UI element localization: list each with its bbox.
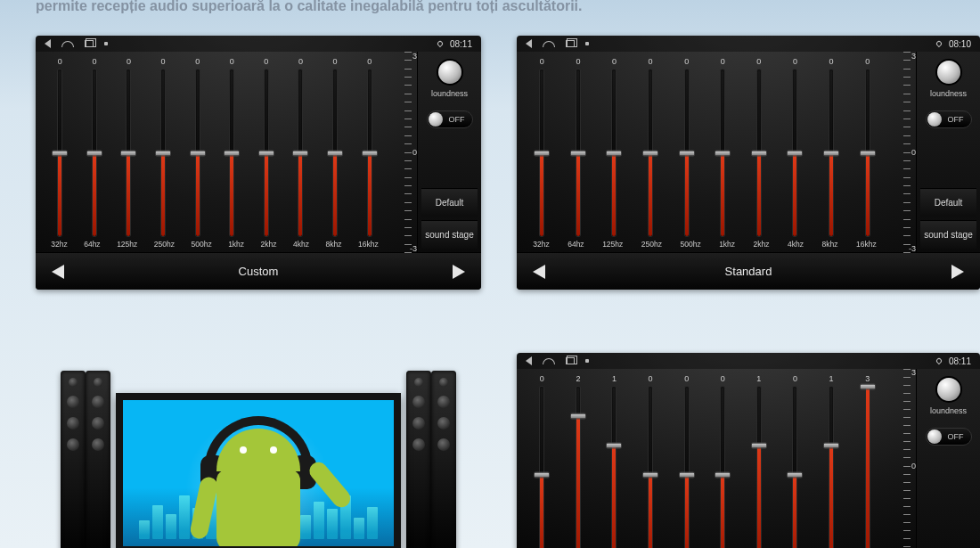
eq-slider[interactable] xyxy=(283,70,318,236)
scale-label: 0 xyxy=(911,148,916,157)
eq-slider[interactable] xyxy=(777,70,813,236)
scale-label: -3 xyxy=(410,244,417,253)
toggle-thumb-icon xyxy=(927,429,942,444)
eq-value: 3 xyxy=(865,374,870,383)
eq-slider[interactable] xyxy=(705,387,741,548)
eq-slider[interactable] xyxy=(111,70,146,236)
equalizer-panel-partial: 08:11 0210001013 xyxy=(517,353,980,548)
default-button[interactable]: Default xyxy=(421,188,478,217)
back-icon[interactable] xyxy=(45,39,51,48)
scale-label: -3 xyxy=(909,244,916,253)
home-icon[interactable] xyxy=(543,41,555,47)
eq-band-label: 500hz xyxy=(680,240,700,249)
loudness-label: loundness xyxy=(431,89,468,98)
equalizer-panel-standard: 08:10 0000000000 xyxy=(517,36,980,290)
sound-stage-button[interactable]: sound stage xyxy=(421,220,478,249)
back-icon[interactable] xyxy=(526,39,532,48)
eq-slider[interactable] xyxy=(813,387,850,548)
sound-stage-button[interactable]: sound stage xyxy=(920,220,976,249)
eq-slider[interactable] xyxy=(668,387,705,548)
eq-band-label: 125hz xyxy=(602,240,623,249)
loudness-knob[interactable] xyxy=(438,61,461,84)
clock: 08:10 xyxy=(949,39,971,49)
home-icon[interactable] xyxy=(543,358,555,364)
preset-prev-icon[interactable] xyxy=(52,265,64,279)
scale-label: 0 xyxy=(412,148,417,157)
eq-slider[interactable] xyxy=(849,70,886,236)
eq-band-label: 125hz xyxy=(117,240,137,249)
loudness-toggle[interactable]: OFF xyxy=(926,110,972,128)
eq-band-label: 250hz xyxy=(154,240,175,249)
eq-slider[interactable] xyxy=(633,70,669,236)
eq-slider[interactable] xyxy=(43,70,78,236)
recent-apps-icon[interactable] xyxy=(566,357,575,364)
eq-side-panel: loundness OFF Default sound stage xyxy=(417,52,481,252)
eq-side-panel: loundness OFF xyxy=(916,369,980,548)
eq-slider[interactable] xyxy=(741,70,778,236)
eq-slider-row xyxy=(522,66,887,238)
eq-slider-row xyxy=(522,383,887,548)
loudness-knob[interactable] xyxy=(937,378,960,401)
eq-slider[interactable] xyxy=(668,70,705,236)
eq-value-row: 0000000000 xyxy=(41,55,388,66)
eq-slider[interactable] xyxy=(596,387,633,548)
loudness-toggle[interactable]: OFF xyxy=(926,428,972,446)
eq-band-label: 64hz xyxy=(568,240,584,249)
eq-slider[interactable] xyxy=(741,387,778,548)
eq-slider[interactable] xyxy=(249,70,284,236)
eq-band-label: 500hz xyxy=(191,240,211,249)
preset-selector: Standard xyxy=(517,252,980,290)
home-icon[interactable] xyxy=(61,41,74,47)
eq-slider[interactable] xyxy=(180,70,215,236)
eq-value: 2 xyxy=(576,374,580,383)
eq-slider[interactable] xyxy=(560,387,597,548)
recent-apps-icon[interactable] xyxy=(85,40,94,47)
eq-slider[interactable] xyxy=(318,70,353,236)
preset-prev-icon[interactable] xyxy=(533,265,545,279)
eq-slider[interactable] xyxy=(352,70,387,236)
eq-slider[interactable] xyxy=(849,387,886,548)
preset-next-icon[interactable] xyxy=(951,265,964,279)
eq-slider[interactable] xyxy=(524,70,560,236)
scale-label: 3 xyxy=(911,368,916,377)
eq-value: 0 xyxy=(367,57,372,66)
status-bar: 08:10 xyxy=(517,36,980,52)
eq-value: 0 xyxy=(684,57,689,66)
eq-slider[interactable] xyxy=(215,70,249,236)
eq-band-label: 64hz xyxy=(84,240,100,249)
loudness-knob[interactable] xyxy=(937,61,960,84)
tv-screen xyxy=(116,393,401,548)
eq-slider[interactable] xyxy=(78,70,112,236)
back-icon[interactable] xyxy=(526,356,532,365)
preset-next-icon[interactable] xyxy=(453,265,465,279)
eq-value: 0 xyxy=(264,57,268,66)
notification-icon xyxy=(585,359,589,363)
toggle-text: OFF xyxy=(948,115,964,124)
eq-band-label: 1khz xyxy=(719,240,735,249)
eq-band-labels: 32hz64hz125hz250hz500hz1khz2khz4khz8khz1… xyxy=(41,238,388,252)
eq-band-label: 250hz xyxy=(641,240,662,249)
eq-value: 0 xyxy=(333,57,338,66)
recent-apps-icon[interactable] xyxy=(566,40,575,47)
toggle-thumb-icon xyxy=(927,112,942,127)
scale-label: 3 xyxy=(911,52,916,61)
preset-selector: Custom xyxy=(36,252,481,290)
location-icon xyxy=(935,40,943,47)
eq-band-label: 8khz xyxy=(822,240,838,249)
eq-slider[interactable] xyxy=(777,387,813,548)
eq-band-label: 32hz xyxy=(51,240,67,249)
eq-slider[interactable] xyxy=(146,70,181,236)
eq-value: 0 xyxy=(540,57,544,66)
eq-slider[interactable] xyxy=(524,387,560,548)
android-mascot-icon xyxy=(192,422,325,548)
eq-band-label: 4khz xyxy=(293,240,309,249)
eq-slider[interactable] xyxy=(633,387,669,548)
eq-slider[interactable] xyxy=(560,70,597,236)
eq-slider[interactable] xyxy=(813,70,850,236)
default-button[interactable]: Default xyxy=(920,188,976,217)
eq-band-label: 32hz xyxy=(533,240,549,249)
eq-slider[interactable] xyxy=(705,70,741,236)
toggle-thumb-icon xyxy=(429,112,443,127)
loudness-toggle[interactable]: OFF xyxy=(427,110,473,128)
eq-slider[interactable] xyxy=(596,70,633,236)
